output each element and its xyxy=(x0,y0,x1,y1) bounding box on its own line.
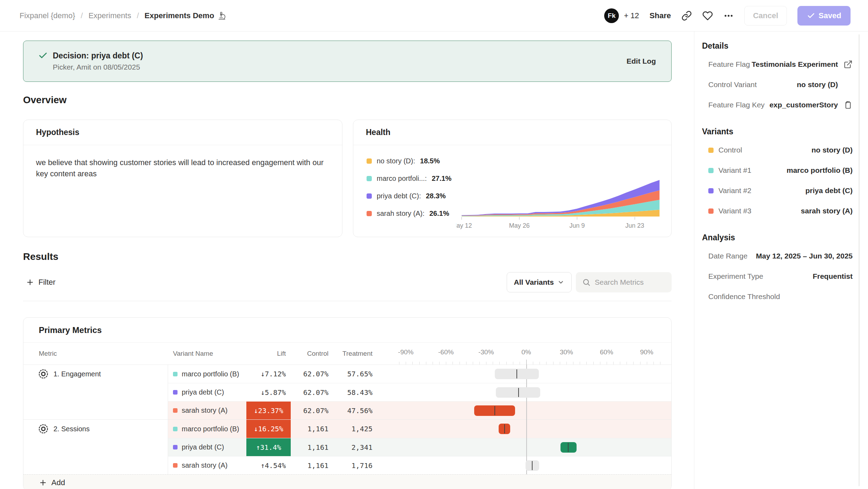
axis-label: -90% xyxy=(398,348,413,356)
lift-cell: ↓5.87% xyxy=(246,383,291,401)
axis-tick xyxy=(566,362,567,364)
saved-button[interactable]: Saved xyxy=(797,6,851,26)
lift-cell: ↓7.12% xyxy=(246,365,291,383)
variant-swatch xyxy=(173,390,178,395)
column-treatment: Treatment xyxy=(333,350,377,357)
variant-swatch xyxy=(708,188,714,193)
treatment-cell: 1,425 xyxy=(333,420,377,438)
breadcrumb-experiments[interactable]: Experiments xyxy=(88,11,131,20)
axis-tick xyxy=(406,362,406,364)
variant-name: priya debt (C) xyxy=(182,443,224,451)
collaborator-count[interactable]: + 12 xyxy=(624,11,639,20)
decision-text: Decision: priya debt (C) Picker, Amit on… xyxy=(53,51,143,71)
external-link-icon[interactable] xyxy=(844,60,853,69)
lift-axis: -90%-60%-30%0%30%60%90% xyxy=(377,343,671,364)
legend-swatch xyxy=(367,158,372,164)
variant-swatch xyxy=(708,168,714,173)
analysis-row-date-range: Date Range May 12, 2025 – Jun 30, 2025 xyxy=(702,246,853,266)
axis-label: -60% xyxy=(438,348,454,356)
table-row[interactable]: sarah story (A)↑4.54%1,1611,716 xyxy=(168,456,671,474)
control-cell: 62.07% xyxy=(291,402,333,419)
search-icon xyxy=(582,278,591,286)
lift-value: ↓23.37% xyxy=(254,406,283,415)
axis-tick xyxy=(399,362,399,364)
search-metrics-input[interactable] xyxy=(595,278,665,286)
hypothesis-card: Hypothesis we believe that showing custo… xyxy=(23,120,342,237)
variant-value: no story (D) xyxy=(811,146,853,154)
treatment-value: 57.65% xyxy=(347,370,372,378)
table-row[interactable]: sarah story (A)↓23.37%62.07%47.56% xyxy=(168,401,671,419)
health-stacked-area-chart: May 12May 26Jun 9Jun 23 xyxy=(456,148,666,232)
edit-log-button[interactable]: Edit Log xyxy=(627,57,656,65)
add-label: Add xyxy=(51,478,65,487)
hypothesis-title: Hypothesis xyxy=(23,120,342,145)
axis-label: 60% xyxy=(600,348,613,356)
copy-icon[interactable] xyxy=(844,100,853,109)
legend-item[interactable]: marco portfoli...: 27.1% xyxy=(367,175,451,183)
overview-cards: Hypothesis we believe that showing custo… xyxy=(23,120,672,237)
breadcrumb-separator: / xyxy=(81,11,83,20)
table-row[interactable]: priya debt (C)↓5.87%62.07%58.43% xyxy=(168,383,671,401)
health-card: Health no story (D): 18.5%marco portfoli… xyxy=(353,120,672,237)
metric-name: 1. Engagement xyxy=(53,369,101,379)
treatment-value: 2,341 xyxy=(352,443,372,452)
variant-filter-dropdown[interactable]: All Variants xyxy=(507,272,572,292)
axis-label: 30% xyxy=(560,348,573,356)
control-cell: 62.07% xyxy=(291,365,333,383)
variant-row-1: Variant #1 marco portfolio (B) xyxy=(702,160,853,180)
legend-item[interactable]: priya debt (C): 28.3% xyxy=(367,192,451,200)
axis-tick xyxy=(600,362,600,364)
variant-row-3: Variant #3 sarah story (A) xyxy=(702,201,853,221)
axis-tick xyxy=(560,362,560,364)
analysis-label: Date Range xyxy=(708,252,747,260)
axis-tick xyxy=(607,362,607,364)
add-filter-button[interactable]: Filter xyxy=(26,278,56,287)
metric-cell[interactable]: 1. Engagement xyxy=(23,365,168,419)
variant-row-control: Control no story (D) xyxy=(702,140,853,160)
confidence-interval-cell xyxy=(377,438,671,456)
cancel-button[interactable]: Cancel xyxy=(744,6,787,26)
lift-value: ↑4.54% xyxy=(261,461,286,470)
analysis-row-confidence-threshold: Confidence Threshold xyxy=(702,286,853,307)
metrics-search[interactable] xyxy=(576,272,672,292)
variant-value: priya debt (C) xyxy=(805,186,853,195)
table-row[interactable]: priya debt (C)↑31.4%1,1612,341 xyxy=(168,438,671,456)
variant-swatch xyxy=(173,463,178,468)
variant-swatch xyxy=(173,408,178,413)
table-row[interactable]: marco portfolio (B)↓7.12%62.07%57.65% xyxy=(168,365,671,383)
legend-label: sarah story (A): xyxy=(377,210,425,218)
treatment-cell: 1,716 xyxy=(333,456,377,474)
legend-item[interactable]: sarah story (A): 26.1% xyxy=(367,210,451,218)
x-axis-label: Jun 23 xyxy=(625,222,644,229)
axis-tick xyxy=(546,362,547,364)
add-metric-button[interactable]: Add xyxy=(23,474,671,489)
table-row[interactable]: marco portfolio (B)↓16.25%1,1611,425 xyxy=(168,420,671,438)
more-options-icon[interactable] xyxy=(723,10,734,21)
copy-link-icon[interactable] xyxy=(681,10,692,21)
variant-swatch xyxy=(173,372,178,376)
axis-tick xyxy=(453,362,453,364)
variant-value: sarah story (A) xyxy=(801,207,853,215)
treatment-value: 1,425 xyxy=(352,425,372,433)
detail-label: Control Variant xyxy=(708,80,757,89)
axis-tick xyxy=(553,362,554,364)
avatar[interactable]: Fk xyxy=(604,8,619,23)
variant-cell: priya debt (C) xyxy=(168,438,246,456)
legend-swatch xyxy=(367,211,372,216)
breadcrumb-project[interactable]: Fixpanel {demo} xyxy=(20,11,75,20)
favorite-heart-icon[interactable] xyxy=(702,10,713,21)
hypothesis-body[interactable]: we believe that showing customer stories… xyxy=(23,145,338,191)
metric-cell[interactable]: 2. Sessions xyxy=(23,420,168,474)
axis-tick xyxy=(493,362,493,364)
target-icon xyxy=(38,424,49,435)
confidence-interval-cell xyxy=(377,456,671,474)
metric-name: 2. Sessions xyxy=(53,424,89,434)
scrollbar[interactable] xyxy=(859,34,860,486)
share-button[interactable]: Share xyxy=(650,11,671,20)
legend-label: priya debt (C): xyxy=(377,192,421,200)
axis-tick xyxy=(526,360,527,364)
lift-cell: ↓23.37% xyxy=(246,402,291,419)
legend-item[interactable]: no story (D): 18.5% xyxy=(367,157,451,165)
lift-badge: ↓16.25% xyxy=(246,420,291,438)
axis-tick xyxy=(466,362,466,364)
